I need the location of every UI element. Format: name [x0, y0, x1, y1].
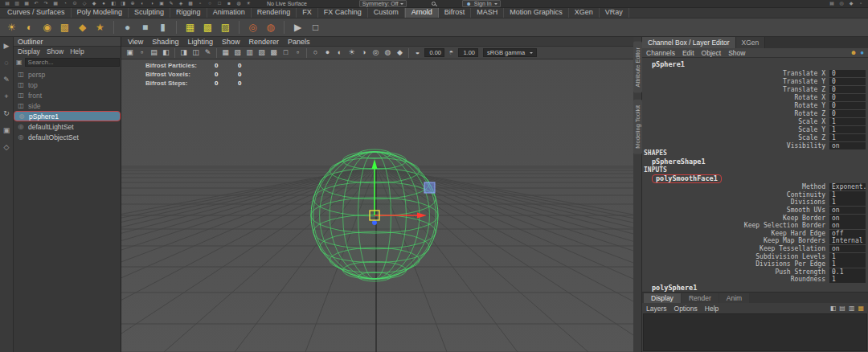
- ipr-render-icon[interactable]: ◑: [149, 1, 155, 6]
- save-scene-icon[interactable]: ▦: [23, 1, 30, 6]
- layer-tab-anim[interactable]: Anim: [719, 293, 749, 303]
- construction-history-icon[interactable]: ⊕: [129, 1, 136, 6]
- channel-box-menu-edit[interactable]: Edit: [682, 49, 694, 57]
- bifrost-aero-icon[interactable]: ◍: [263, 20, 278, 35]
- hypershade-icon[interactable]: ◈: [178, 1, 184, 6]
- lights-icon[interactable]: ☀: [245, 1, 252, 6]
- shelf-tab-bifrost[interactable]: Bifrost: [439, 8, 472, 18]
- new-anim-layer-icon[interactable]: ▦: [858, 305, 864, 312]
- help-icon[interactable]: ◎: [838, 1, 845, 6]
- cube-primitive-icon[interactable]: ■: [137, 20, 153, 35]
- channel-value[interactable]: 1: [829, 191, 866, 199]
- workspace-icon[interactable]: ▤: [829, 1, 835, 6]
- highlight-selection-icon[interactable]: ▫: [197, 1, 203, 6]
- outliner-item-psphere1[interactable]: ◍pSphere1: [14, 111, 121, 121]
- rotate-tool-icon[interactable]: ↻: [2, 108, 12, 119]
- channel-box-menu-channels[interactable]: Channels: [646, 49, 675, 57]
- arnold-skydome-light-icon[interactable]: ◉: [39, 20, 55, 35]
- shadows-icon[interactable]: ◑: [358, 47, 369, 58]
- output-connections-icon[interactable]: ◨: [120, 1, 126, 6]
- view-transform-dropdown[interactable]: sRGB gamma: [483, 48, 537, 57]
- lock-camera-icon[interactable]: ▫: [137, 47, 147, 58]
- channel-box-menu-object[interactable]: Object: [702, 49, 722, 57]
- channel-value[interactable]: Exponent...: [829, 183, 866, 190]
- outliner-item-front[interactable]: ◫front: [14, 90, 121, 100]
- safe-action-icon[interactable]: □: [280, 47, 291, 58]
- shaded-icon[interactable]: ■: [226, 1, 232, 6]
- collapse-icon[interactable]: ▫: [858, 1, 864, 6]
- side-tab-attribute-editor[interactable]: Attribute Editor: [633, 42, 642, 93]
- channel-value[interactable]: 0: [829, 102, 866, 109]
- wireframe-icon[interactable]: □: [216, 1, 223, 6]
- shelf-tab-animation[interactable]: Animation: [207, 8, 252, 18]
- shelf-tab-fx-caching[interactable]: FX Caching: [318, 8, 368, 18]
- paint-effects-icon[interactable]: ✎: [168, 1, 174, 6]
- viewport-menu-panels[interactable]: Panels: [288, 38, 310, 46]
- exposure-field[interactable]: 0.00: [424, 48, 444, 57]
- snap-curve-icon[interactable]: ◔: [62, 1, 68, 6]
- channel-value[interactable]: Internal: [829, 237, 866, 244]
- snapshot-icon[interactable]: □: [308, 20, 323, 35]
- use-all-lights-icon[interactable]: ☀: [346, 47, 357, 58]
- resolution-gate-icon[interactable]: ▥: [244, 47, 255, 58]
- select-camera-icon[interactable]: ▣: [125, 47, 135, 58]
- outliner-menu-display[interactable]: Display: [18, 47, 40, 55]
- shelf-tab-sculpting[interactable]: Sculpting: [129, 8, 170, 18]
- channel-value[interactable]: on: [829, 215, 866, 222]
- bifrost-liquid-icon[interactable]: ◎: [245, 20, 260, 35]
- lasso-tool-icon[interactable]: ◌: [2, 58, 12, 68]
- grid-icon[interactable]: ▦: [220, 47, 231, 58]
- field-chart-icon[interactable]: ▩: [268, 47, 279, 58]
- channel-value[interactable]: on: [829, 142, 866, 149]
- sphere-primitive-icon[interactable]: ●: [120, 20, 135, 35]
- cylinder-primitive-icon[interactable]: ▮: [155, 20, 170, 35]
- arnold-light-portal-icon[interactable]: ★: [92, 20, 108, 35]
- channel-value[interactable]: 1: [829, 276, 866, 283]
- arnold-area-light-icon[interactable]: ▩: [57, 20, 72, 35]
- new-scene-icon[interactable]: ▤: [4, 1, 10, 6]
- redo-icon[interactable]: ↷: [43, 1, 49, 6]
- layer-tab-display[interactable]: Display: [644, 293, 681, 303]
- camera-attributes-icon[interactable]: ▤: [149, 47, 159, 58]
- arnold-ipr-icon[interactable]: ◐: [22, 20, 37, 35]
- channel-value[interactable]: 0.1: [829, 268, 866, 276]
- outliner-item-defaultlightset[interactable]: ◎defaultLightSet: [14, 121, 121, 132]
- move-tool-icon[interactable]: +: [2, 92, 12, 102]
- channel-value[interactable]: 1: [829, 118, 866, 125]
- channel-value[interactable]: 1: [829, 126, 866, 133]
- outliner-search-input[interactable]: [25, 58, 120, 67]
- outliner-menu-show[interactable]: Show: [47, 47, 63, 55]
- exposure-icon[interactable]: ◒: [412, 47, 423, 58]
- playblast-icon[interactable]: ▶: [290, 20, 305, 35]
- motion-blur-icon[interactable]: ◍: [383, 47, 393, 58]
- outliner-item-persp[interactable]: ◫persp: [14, 69, 121, 80]
- outliner-item-side[interactable]: ◫side: [14, 100, 121, 111]
- viewport-menu-renderer[interactable]: Renderer: [248, 38, 279, 46]
- safe-title-icon[interactable]: ▫: [293, 47, 303, 58]
- node-name[interactable]: pSphere1: [642, 60, 868, 69]
- ambient-occlusion-icon[interactable]: ◎: [371, 47, 381, 58]
- layer-menu-layers[interactable]: Layers: [646, 305, 667, 313]
- symmetry-dropdown[interactable]: Symmetry: Off: [359, 0, 407, 7]
- snap-projected-center-icon[interactable]: ◇: [81, 1, 88, 6]
- viewport-menu-lighting[interactable]: Lighting: [187, 38, 213, 46]
- make-live-icon[interactable]: ●: [100, 1, 107, 6]
- snap-grid-icon[interactable]: ▦: [52, 1, 59, 6]
- mash-network-icon[interactable]: ▦: [182, 20, 198, 35]
- channel-value[interactable]: 1: [829, 199, 866, 206]
- channel-value[interactable]: on: [829, 222, 866, 229]
- shelf-tab-mash[interactable]: MASH: [471, 8, 504, 18]
- character-set-icon[interactable]: ☻: [850, 49, 857, 57]
- select-tool-icon[interactable]: ▶: [2, 41, 12, 51]
- snap-point-icon[interactable]: ⊙: [72, 1, 78, 6]
- scale-tool-icon[interactable]: ▣: [2, 125, 12, 136]
- tab-channel-box-layer-editor[interactable]: Channel Box / Layer Editor: [642, 37, 736, 48]
- image-plane-icon[interactable]: ◨: [178, 47, 189, 58]
- layer-menu-help[interactable]: Help: [705, 305, 719, 313]
- wireframe-display-icon[interactable]: ○: [310, 47, 321, 58]
- shaded-display-icon[interactable]: ●: [322, 47, 333, 58]
- scene-canvas[interactable]: [121, 59, 633, 352]
- layer-tab-render[interactable]: Render: [682, 293, 719, 303]
- shelf-tab-curves-surfaces[interactable]: Curves / Surfaces: [2, 8, 72, 18]
- channel-value[interactable]: 1: [829, 260, 866, 268]
